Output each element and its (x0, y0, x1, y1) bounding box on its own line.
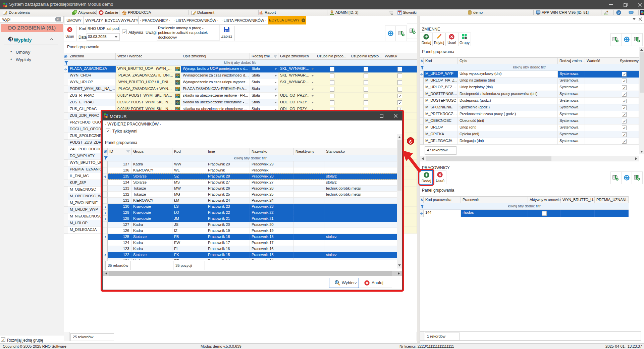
svg-text:?: ? (618, 11, 620, 14)
svg-text:T: T (399, 12, 400, 15)
